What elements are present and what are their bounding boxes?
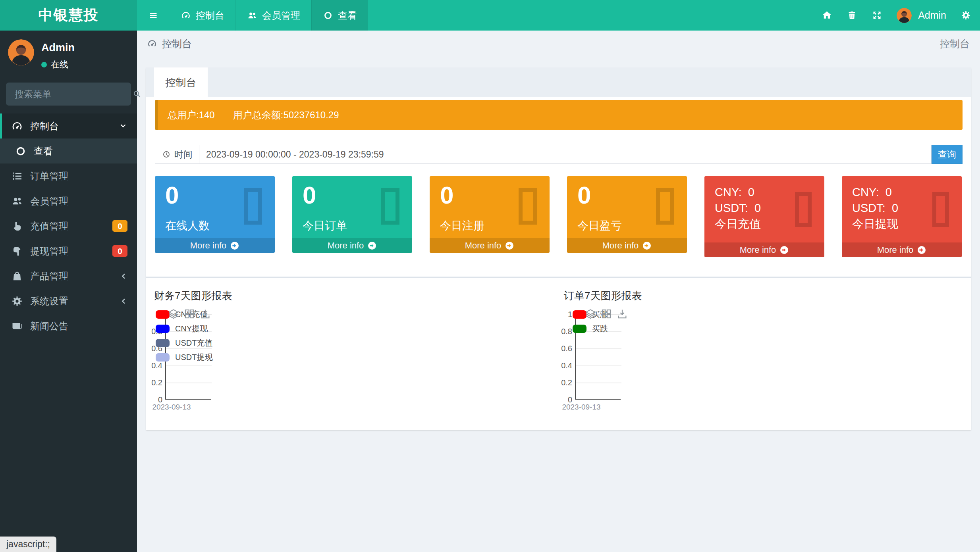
time-label: 时间 — [174, 148, 193, 161]
gears-icon — [11, 295, 23, 307]
user-name: Admin — [918, 10, 946, 21]
expand-icon[interactable] — [872, 10, 882, 21]
chart-toolbox — [168, 308, 211, 320]
query-button[interactable]: 查询 — [932, 145, 963, 164]
x-axis-label: 2023-09-13 — [554, 403, 609, 412]
sidebar-item-label: 系统设置 — [30, 295, 68, 308]
nav-item-label: 控制台 — [196, 9, 224, 22]
legend-item[interactable]: USDT提现 — [156, 350, 212, 364]
more-info-link[interactable]: More info — [842, 242, 962, 257]
sidebar: Admin 在线 控制台 查看 订单管理 会员管理 — [0, 31, 137, 552]
circle-o-icon — [15, 145, 27, 157]
y-tick-label: 0.2 — [151, 378, 162, 387]
breadcrumb-right: 控制台 — [940, 37, 970, 50]
gridline — [576, 365, 621, 366]
trash-icon[interactable] — [847, 10, 857, 21]
download-icon[interactable] — [199, 308, 211, 320]
nav-item-view[interactable]: 查看 — [311, 0, 368, 31]
more-info-link[interactable]: More info — [292, 238, 412, 253]
nav-item-label: 查看 — [338, 9, 357, 22]
placeholder-glyph-icon — [519, 188, 537, 225]
more-info-link[interactable]: More info — [704, 242, 824, 257]
placeholder-glyph-icon — [656, 188, 674, 225]
legend-item[interactable]: USDT充值 — [156, 336, 212, 350]
stack-icon[interactable] — [168, 308, 179, 320]
placeholder-glyph-icon — [381, 188, 399, 225]
brand-logo[interactable]: 中银慧投 — [0, 0, 137, 31]
chevron-left-icon — [119, 297, 127, 306]
hand-down-icon — [11, 245, 23, 257]
sidebar-item-settings[interactable]: 系统设置 — [0, 289, 137, 314]
list-ol-icon — [11, 170, 23, 182]
stat-box-today-withdrawal: CNY: 0 USDT: 0 今日提现 More info — [842, 176, 962, 257]
more-info-label: More info — [328, 240, 364, 251]
charts-row: 财务7天图形报表 CNY充值CNY提现USDT充值USDT提现 2023-09-… — [151, 282, 971, 430]
more-info-label: More info — [190, 240, 227, 251]
tiled-icon[interactable] — [183, 308, 195, 320]
sidebar-item-news[interactable]: 新闻公告 — [0, 314, 137, 339]
more-info-link[interactable]: More info — [430, 238, 550, 253]
legend-swatch — [156, 339, 170, 347]
sidebar-toggle-button[interactable] — [137, 0, 170, 31]
search-input[interactable] — [6, 83, 132, 106]
search-icon — [132, 89, 142, 99]
avatar — [897, 8, 912, 23]
sidebar-item-members[interactable]: 会员管理 — [0, 188, 137, 213]
dashboard-panel: 控制台 总用户:140 用户总余额:50237610.29 时间 查询 0 在线… — [146, 67, 971, 430]
legend-swatch — [156, 353, 170, 362]
placeholder-glyph-icon — [795, 192, 812, 227]
arrow-circle-right-icon — [917, 245, 926, 255]
tiled-icon[interactable] — [600, 308, 612, 320]
legend-item[interactable]: CNY提现 — [156, 321, 212, 336]
browser-status-tooltip: javascript:; — [0, 537, 56, 552]
avatar — [8, 39, 34, 65]
users-icon — [247, 10, 257, 21]
gears-icon[interactable] — [961, 10, 971, 21]
nav-item-dashboard[interactable]: 控制台 — [170, 0, 235, 31]
date-range-input[interactable] — [199, 145, 932, 164]
sidebar-item-dashboard[interactable]: 控制台 — [0, 113, 137, 138]
y-tick-label: 0.4 — [561, 361, 572, 370]
tab-bar: 控制台 — [146, 67, 971, 97]
sidebar-item-orders[interactable]: 订单管理 — [0, 163, 137, 188]
page-title: 控制台 — [162, 37, 192, 50]
stat-box-today-deposit: CNY: 0 USDT: 0 今日充值 More info — [704, 176, 824, 257]
more-info-label: More info — [602, 240, 639, 251]
chart-title: 财务7天图形报表 — [154, 289, 232, 303]
nav-item-label: 会员管理 — [262, 9, 300, 22]
sidebar-item-deposits[interactable]: 充值管理 0 — [0, 213, 137, 238]
legend-label: CNY提现 — [175, 323, 208, 334]
legend-item[interactable]: 买跌 — [573, 321, 608, 336]
section-divider — [146, 277, 971, 278]
sidebar-user-status[interactable]: 在线 — [41, 59, 75, 71]
stack-icon[interactable] — [585, 308, 596, 320]
hamburger-icon — [148, 10, 158, 21]
nav-item-members[interactable]: 会员管理 — [235, 0, 311, 31]
search-button[interactable] — [132, 83, 142, 106]
sidebar-user-name: Admin — [41, 42, 75, 54]
gridline — [166, 383, 212, 383]
sidebar-item-view[interactable]: 查看 — [0, 138, 137, 163]
tab-dashboard[interactable]: 控制台 — [154, 67, 208, 98]
more-info-link[interactable]: More info — [155, 238, 275, 253]
online-status-label: 在线 — [51, 59, 68, 71]
more-info-label: More info — [465, 240, 502, 251]
sidebar-item-label: 充值管理 — [30, 220, 68, 233]
users-icon — [11, 195, 23, 207]
arrow-circle-right-icon — [505, 241, 514, 250]
stat-box-orders: 0 今日订单 More info — [292, 176, 412, 253]
bag-icon — [11, 270, 23, 282]
total-users-text: 总用户:140 — [168, 109, 215, 121]
arrow-circle-right-icon — [642, 241, 652, 250]
gridline — [576, 383, 621, 383]
legend-label: USDT充值 — [175, 338, 212, 348]
legend-swatch — [573, 325, 586, 333]
top-navbar: 中银慧投 控制台 会员管理 查看 Admin — [0, 0, 980, 31]
more-info-link[interactable]: More info — [567, 238, 687, 253]
sidebar-item-withdrawals[interactable]: 提现管理 0 — [0, 238, 137, 263]
sidebar-item-products[interactable]: 产品管理 — [0, 263, 137, 289]
download-icon[interactable] — [616, 308, 628, 320]
gauge-icon — [147, 38, 157, 49]
home-icon[interactable] — [822, 10, 832, 21]
user-menu[interactable]: Admin — [897, 8, 946, 23]
